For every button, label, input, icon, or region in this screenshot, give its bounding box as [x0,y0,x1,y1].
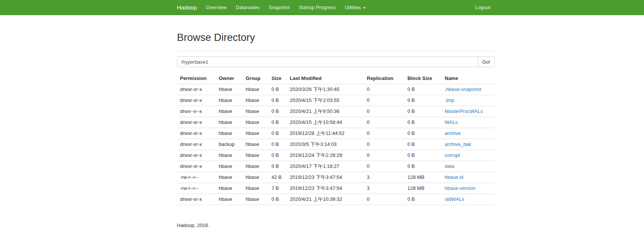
cell-name: archive_bak [442,139,495,150]
directory-link[interactable]: corrupt [445,152,460,158]
cell: 2020/3/5 下午3:14:03 [287,139,364,150]
cell: drwx--x--x [177,106,216,117]
cell: 3 [364,172,404,183]
cell-name: hbase.id [442,172,495,183]
table-row: drwxr-xr-xhbasehbase0 B2020/3/26 下午1:30:… [177,84,495,95]
cell: 0 B [268,106,287,117]
cell: 0 [364,161,404,172]
cell-name: MasterProcWALs [442,106,495,117]
table-row: drwxr-xr-xhbasehbase0 B2019/12/28 上午11:4… [177,128,495,139]
go-button[interactable]: Go! [478,56,495,67]
table-row: drwxr-xr-xhbasehbase0 B2020/4/15 上午10:58… [177,117,495,128]
table-row: drwxr-xr-xhbasehbase0 B2019/12/24 下午2:28… [177,150,495,161]
logout-link[interactable]: Logout [470,0,495,15]
footer-text: Hadoop, 2016. [177,222,495,236]
cell: 0 B [268,95,287,106]
navbar-brand[interactable]: Hadoop [177,0,197,15]
cell-name: .hbase-snapshot [442,84,495,95]
cell: drwxr-xr-x [177,161,216,172]
table-row: drwxr-xr-xhbasehbase0 B2020/4/17 下午1:18:… [177,161,495,172]
cell-name: archive [442,128,495,139]
cell: 2020/4/21 上午9:50:36 [287,106,364,117]
directory-link[interactable]: oldWALs [445,196,464,202]
directory-path-input[interactable] [177,56,478,67]
cell: 0 B [404,161,442,172]
column-header-last-modified: Last Modified [287,73,364,84]
cell: 128 MB [404,172,442,183]
cell-name: oldWALs [442,194,495,205]
cell: 0 [364,128,404,139]
cell: hbase [243,117,268,128]
directory-link[interactable]: hbase.id [445,174,463,180]
cell: drwxr-xr-x [177,117,216,128]
cell: hbase [243,172,268,183]
cell: 0 [364,117,404,128]
cell: 3 [364,183,404,194]
cell: -rw-r--r-- [177,183,216,194]
directory-link[interactable]: data [445,163,454,169]
cell-name: hbase.version [442,183,495,194]
cell: hbase [243,194,268,205]
cell: drwxr-xr-x [177,194,216,205]
cell: 0 [364,139,404,150]
cell: 2020/4/21 上午10:39:32 [287,194,364,205]
column-header-name: Name [442,73,495,84]
chevron-down-icon [363,7,366,9]
directory-link[interactable]: .hbase-snapshot [445,86,481,92]
cell: 0 [364,95,404,106]
cell: hbase [243,84,268,95]
cell: hbase [216,106,243,117]
cell-name: corrupt [442,150,495,161]
cell: 128 MB [404,183,442,194]
divider [177,51,495,51]
cell: hbase [216,117,243,128]
cell: hbase [243,183,268,194]
cell: hbase [243,95,268,106]
directory-link[interactable]: hbase.version [445,185,475,191]
nav-item: Utilities [340,0,370,15]
directory-link[interactable]: MasterProcWALs [445,108,483,114]
cell: 0 B [268,117,287,128]
directory-link[interactable]: archive [445,130,461,136]
directory-table: PermissionOwnerGroupSizeLast ModifiedRep… [177,73,495,205]
column-header-replication: Replication [364,73,404,84]
nav-link-overview[interactable]: Overview [202,0,231,15]
cell-name: WALs [442,117,495,128]
column-header-block-size: Block Size [404,73,442,84]
nav-link-snapshot[interactable]: Snapshot [264,0,294,15]
cell: 2020/4/17 下午1:18:27 [287,161,364,172]
cell: 0 B [404,139,442,150]
cell: drwxr-xr-x [177,84,216,95]
cell: 2020/3/26 下午1:30:45 [287,84,364,95]
cell: 0 B [268,139,287,150]
nav-link-utilities[interactable]: Utilities [340,0,370,15]
cell: hbase [243,161,268,172]
column-header-permission: Permission [177,73,216,84]
cell: -rw-r--r-- [177,172,216,183]
cell: 0 B [404,95,442,106]
cell: hbase [216,172,243,183]
cell: hbase [243,106,268,117]
cell: 0 B [404,150,442,161]
directory-link[interactable]: WALs [445,119,458,125]
cell: 0 [364,150,404,161]
cell: hbase [216,150,243,161]
nav-item: Snapshot [264,0,294,15]
directory-link[interactable]: .tmp [445,97,454,103]
path-input-group: Go! [177,56,495,67]
cell-name: data [442,161,495,172]
cell: 0 B [268,150,287,161]
cell: 0 B [268,194,287,205]
cell: hbase [216,95,243,106]
cell: 2020/4/15 上午10:58:44 [287,117,364,128]
cell: 0 B [404,194,442,205]
cell: 2019/12/23 下午3:47:54 [287,183,364,194]
nav-link-startup-progress[interactable]: Startup Progress [294,0,341,15]
nav-link-datanodes[interactable]: Datanodes [231,0,264,15]
table-row: drwxr-xr-xhbasehbase0 B2020/4/21 上午10:39… [177,194,495,205]
cell: 2019/12/23 下午3:47:54 [287,172,364,183]
top-navbar: Hadoop OverviewDatanodesSnapshotStartup … [0,0,644,15]
cell: 0 B [404,128,442,139]
nav-item: Datanodes [231,0,264,15]
directory-link[interactable]: archive_bak [445,141,471,147]
